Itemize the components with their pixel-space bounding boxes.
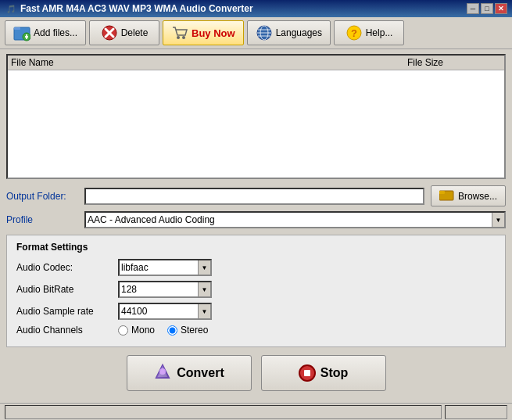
audio-bitrate-select[interactable]: 64 96 128 192 256 320	[118, 281, 212, 298]
file-list-col-name: File Name	[11, 57, 407, 68]
file-list-body[interactable]	[8, 70, 504, 175]
window-container: 🎵 Fast AMR M4A AC3 WAV MP3 WMA Audio Con…	[0, 0, 512, 420]
convert-label: Convert	[177, 366, 224, 380]
status-panel-1	[5, 405, 442, 419]
help-button[interactable]: ? Help...	[334, 20, 404, 45]
stereo-option[interactable]: Stereo	[167, 325, 208, 336]
title-icon: 🎵	[5, 2, 17, 15]
audio-samplerate-label: Audio Sample rate	[16, 306, 118, 317]
toolbar: Add files... Delete Buy Now	[0, 17, 512, 49]
status-bar	[0, 403, 512, 420]
languages-button[interactable]: Languages	[247, 20, 331, 45]
stop-button[interactable]: Stop	[261, 355, 386, 391]
browse-icon	[439, 188, 455, 203]
profile-select[interactable]: AAC - Advanced Audio Coding MP3 - MPEG A…	[84, 211, 506, 228]
svg-point-21	[159, 368, 166, 375]
format-settings-box: Format Settings Audio Codec: libfaac aac…	[6, 235, 506, 347]
window-title: Fast AMR M4A AC3 WAV MP3 WMA Audio Conve…	[20, 3, 253, 14]
svg-rect-1	[14, 27, 20, 30]
languages-label: Languages	[276, 27, 322, 38]
close-button[interactable]: ✕	[495, 3, 507, 14]
audio-codec-select[interactable]: libfaac aac	[118, 259, 212, 276]
audio-samplerate-select[interactable]: 8000 11025 22050 44100 48000	[118, 303, 212, 320]
convert-button[interactable]: Convert	[127, 355, 252, 391]
audio-channels-options: Mono Stereo	[118, 325, 208, 336]
delete-icon	[101, 24, 118, 41]
file-list-container: File Name File Size	[6, 54, 506, 179]
delete-button[interactable]: Delete	[89, 20, 159, 45]
action-buttons: Convert Stop	[6, 355, 506, 391]
profile-label: Profile	[6, 214, 84, 225]
buy-now-label: Buy Now	[192, 27, 235, 39]
output-folder-input[interactable]	[84, 188, 424, 205]
svg-point-8	[177, 36, 180, 39]
profile-row: Profile AAC - Advanced Audio Coding MP3 …	[6, 211, 506, 228]
maximize-button[interactable]: □	[481, 3, 493, 14]
audio-channels-row: Audio Channels Mono Stereo	[16, 325, 496, 336]
audio-codec-select-wrapper: libfaac aac ▼	[118, 259, 212, 276]
stop-label: Stop	[320, 366, 349, 380]
audio-bitrate-row: Audio BitRate 64 96 128 192 256 320 ▼	[16, 281, 496, 298]
format-settings-title: Format Settings	[16, 242, 496, 253]
file-list-header: File Name File Size	[8, 56, 504, 70]
mono-radio[interactable]	[118, 325, 128, 336]
title-bar: 🎵 Fast AMR M4A AC3 WAV MP3 WMA Audio Con…	[0, 0, 512, 17]
output-folder-label: Output Folder:	[6, 191, 84, 202]
stop-icon	[299, 364, 316, 382]
add-files-icon	[13, 24, 30, 41]
svg-rect-4	[26, 34, 27, 39]
audio-bitrate-label: Audio BitRate	[16, 284, 118, 295]
buy-now-button[interactable]: Buy Now	[163, 20, 244, 45]
status-panel-2	[445, 405, 507, 419]
mono-label: Mono	[131, 325, 155, 336]
add-files-label: Add files...	[34, 27, 77, 38]
main-content: File Name File Size Output Folder: Brows…	[0, 49, 512, 396]
browse-label: Browse...	[458, 191, 497, 202]
output-folder-row: Output Folder: Browse...	[6, 185, 506, 206]
svg-text:?: ?	[351, 27, 357, 39]
audio-codec-row: Audio Codec: libfaac aac ▼	[16, 259, 496, 276]
file-list-col-size: File Size	[407, 57, 501, 68]
mono-option[interactable]: Mono	[118, 325, 155, 336]
audio-codec-label: Audio Codec:	[16, 262, 118, 273]
audio-samplerate-select-wrapper: 8000 11025 22050 44100 48000 ▼	[118, 303, 212, 320]
audio-samplerate-row: Audio Sample rate 8000 11025 22050 44100…	[16, 303, 496, 320]
audio-channels-label: Audio Channels	[16, 325, 118, 336]
cart-icon	[171, 24, 188, 41]
minimize-button[interactable]: ─	[467, 3, 479, 14]
audio-bitrate-select-wrapper: 64 96 128 192 256 320 ▼	[118, 281, 212, 298]
svg-rect-18	[439, 191, 445, 194]
convert-icon	[153, 362, 172, 384]
stereo-radio[interactable]	[167, 325, 177, 336]
title-bar-controls: ─ □ ✕	[467, 3, 507, 14]
help-label: Help...	[366, 27, 393, 38]
stereo-label: Stereo	[181, 325, 208, 336]
languages-icon	[256, 24, 273, 41]
svg-point-9	[182, 36, 185, 39]
delete-label: Delete	[121, 27, 149, 38]
browse-button[interactable]: Browse...	[431, 185, 506, 206]
help-icon: ?	[346, 24, 363, 41]
profile-select-wrapper: AAC - Advanced Audio Coding MP3 - MPEG A…	[84, 211, 506, 228]
add-files-button[interactable]: Add files...	[5, 20, 86, 45]
